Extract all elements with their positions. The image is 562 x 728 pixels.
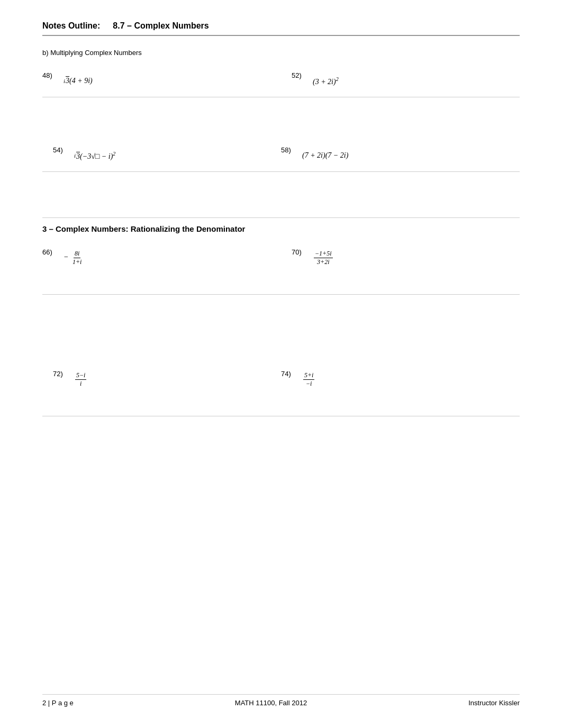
problem-74-content: 5+i −i	[302, 369, 315, 390]
problem-74-number: 74)	[281, 369, 296, 378]
problem-54: 54) i 3(−3√□ − i)2	[42, 140, 281, 172]
problem-70-content: −1+5i 3+2i	[313, 247, 334, 268]
problem-48: 48) i 3(4 + 9i)	[42, 65, 281, 97]
frac-66-den: 1+i	[71, 258, 83, 266]
section-b-problems: 48) i 3(4 + 9i) 52) (3 + 2i)2 54) i 3(−3…	[42, 65, 520, 198]
problem-52: 52) (3 + 2i)2	[281, 65, 520, 97]
problem-58-number: 58)	[281, 145, 296, 154]
problem-72-content: 5−i i	[74, 369, 87, 390]
header-title: 8.7 – Complex Numbers	[113, 21, 209, 31]
spacer-2	[42, 172, 520, 198]
section-3-problems: 66) − 8i 1+i 70) −1+5i 3+2i 72)	[42, 242, 520, 416]
problem-58: 58) (7 + 2i)(7 − 2i)	[281, 140, 520, 172]
frac-70-num: −1+5i	[314, 250, 333, 258]
header-label: Notes Outline:	[42, 21, 100, 31]
section-3-heading: 3 – Complex Numbers: Rationalizing the D…	[42, 217, 520, 233]
frac-72-den: i	[79, 380, 83, 387]
problem-66-content: − 8i 1+i	[64, 247, 84, 268]
frac-70-den: 3+2i	[316, 258, 330, 266]
problem-66: 66) − 8i 1+i	[42, 242, 281, 295]
problem-48-content: i 3(4 + 9i)	[64, 70, 93, 92]
page-footer: 2 | P a g e MATH 11100, Fall 2012 Instru…	[42, 694, 520, 707]
frac-66-num: 8i	[74, 250, 80, 258]
problem-70: 70) −1+5i 3+2i	[281, 242, 520, 295]
frac-74-den: −i	[305, 380, 313, 387]
problem-52-number: 52)	[292, 70, 306, 79]
problem-48-sup-i: i	[64, 78, 65, 84]
page-header: Notes Outline: 8.7 – Complex Numbers	[42, 21, 520, 36]
footer-center: MATH 11100, Fall 2012	[235, 699, 307, 707]
section-b-label: b) Multiplying Complex Numbers	[42, 49, 520, 57]
problem-74: 74) 5+i −i	[281, 363, 520, 416]
footer-page: 2 | P a g e	[42, 699, 74, 707]
problem-70-number: 70)	[292, 247, 306, 256]
spacer-3	[42, 295, 520, 363]
footer-right: Instructor Kissler	[468, 699, 520, 707]
problem-72: 72) 5−i i	[42, 363, 281, 416]
problem-52-content: (3 + 2i)2	[313, 70, 339, 92]
problem-48-number: 48)	[42, 70, 57, 79]
problem-72-number: 72)	[53, 369, 68, 378]
problem-54-content: i 3(−3√□ − i)2	[74, 145, 115, 166]
problem-58-content: (7 + 2i)(7 − 2i)	[302, 145, 348, 166]
frac-72-num: 5−i	[75, 371, 86, 379]
problem-66-number: 66)	[42, 247, 57, 256]
frac-74-num: 5+i	[303, 371, 314, 379]
spacer-1	[42, 97, 520, 140]
problem-54-sup-i: i	[74, 152, 76, 159]
problem-54-number: 54)	[53, 145, 68, 154]
